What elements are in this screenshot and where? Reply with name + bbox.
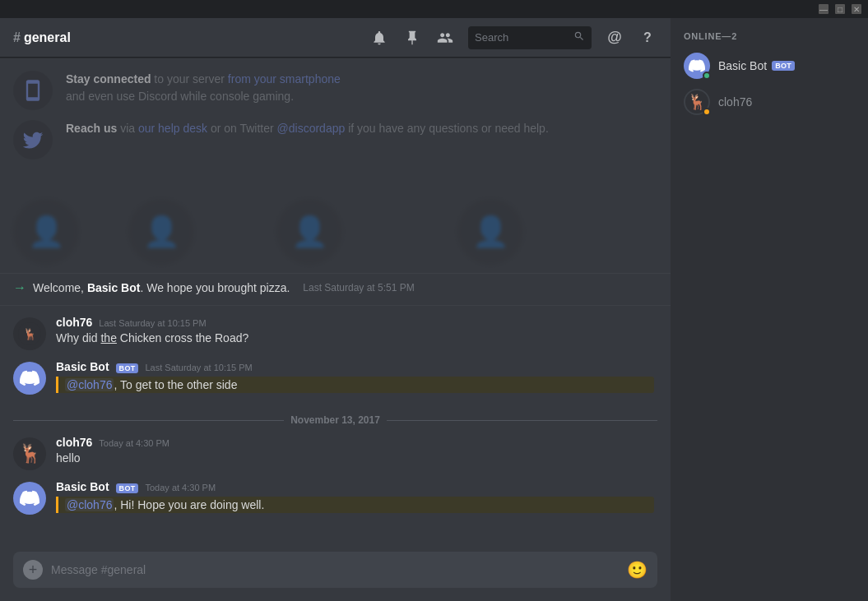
message-group-2: Basic Bot BOT Last Saturday at 10:15 PM … (0, 357, 671, 398)
member-avatar-wrap-basicbot (684, 53, 710, 79)
member-name-basicbot: Basic Bot (718, 59, 767, 72)
message-time-3: Today at 4:30 PM (99, 438, 169, 448)
divider-line-right (387, 420, 657, 421)
date-divider-text: November 13, 2017 (290, 414, 380, 426)
welcome-arrow-message: → Welcome, Basic Bot. We hope you brough… (0, 273, 671, 306)
message-header-1: cloh76 Last Saturday at 10:15 PM (56, 316, 657, 329)
online-header: ONLINE—2 (671, 18, 868, 48)
twitter-icon (13, 120, 53, 159)
members-list: Basic Bot BOT 🦌 cloh76 (671, 48, 868, 601)
minimize-button[interactable]: — (819, 4, 829, 14)
message-group-3: 🦌 cloh76 Today at 4:30 PM hello (0, 432, 671, 474)
arrow-icon: → (13, 280, 26, 295)
member-name-cloh76: cloh76 (718, 95, 752, 109)
blurred-avatar-3: 👤 (276, 199, 342, 265)
underline-the: the (100, 331, 116, 344)
search-bar[interactable] (468, 26, 592, 49)
welcome-item-mobile: Stay connected to your server from your … (13, 71, 657, 110)
message-input[interactable] (51, 563, 619, 576)
help-icon[interactable]: ? (638, 28, 657, 48)
blurred-avatars: 👤 👤 👤 👤 (0, 183, 671, 273)
member-avatar-wrap-cloh76: 🦌 (684, 89, 710, 115)
message-content-4: Basic Bot BOT Today at 4:30 PM @cloh76, … (56, 480, 657, 515)
message-group-1: 🦌 cloh76 Last Saturday at 10:15 PM Why d… (0, 312, 671, 354)
mobile-icon (13, 71, 53, 110)
svg-text:🦌: 🦌 (23, 327, 37, 341)
channel-name: #general (13, 30, 71, 45)
at-icon[interactable]: @ (605, 28, 624, 48)
bot-badge-2: BOT (116, 483, 139, 493)
welcome-bold-name: Basic Bot (87, 281, 141, 294)
emoji-button[interactable]: 🙂 (627, 560, 648, 580)
welcome-text-content: Welcome, Basic Bot. We hope you brought … (33, 281, 290, 294)
mention-2: @cloh76 (65, 498, 114, 511)
pin-icon[interactable] (402, 28, 422, 48)
close-button[interactable]: ✕ (852, 4, 861, 14)
message-header-3: cloh76 Today at 4:30 PM (56, 436, 657, 449)
message-time-2: Last Saturday at 10:15 PM (145, 363, 252, 372)
hash-symbol: # (13, 30, 21, 44)
message-header-2: Basic Bot BOT Last Saturday at 10:15 PM (56, 360, 657, 373)
message-content-3: cloh76 Today at 4:30 PM hello (56, 436, 657, 470)
member-bot-badge: BOT (772, 61, 795, 71)
status-dot-basicbot (703, 72, 711, 80)
channel-header: #general @ ? (0, 18, 671, 58)
avatar-basicbot-1 (13, 362, 46, 395)
message-group-4: Basic Bot BOT Today at 4:30 PM @cloh76, … (0, 477, 671, 518)
right-sidebar: ONLINE—2 Basic Bot BOT 🦌 (671, 18, 868, 601)
message-content-1: cloh76 Last Saturday at 10:15 PM Why did… (56, 316, 657, 350)
author-name-1: cloh76 (56, 316, 92, 329)
member-item-cloh76[interactable]: 🦌 cloh76 (677, 84, 861, 120)
status-dot-cloh76 (703, 108, 711, 116)
message-text-1: Why did the Chicken cross the Road? (56, 331, 657, 347)
mention-1: @cloh76 (65, 378, 114, 391)
blurred-avatar-1: 👤 (13, 199, 79, 265)
members-icon[interactable] (435, 28, 455, 48)
search-icon (573, 30, 585, 44)
message-input-box: + 🙂 (13, 552, 657, 588)
bell-icon[interactable] (369, 28, 389, 48)
message-time-1: Last Saturday at 10:15 PM (99, 318, 206, 328)
bot-highlight-message-1: @cloh76, To get to the other side (56, 377, 654, 393)
header-icons: @ ? (369, 26, 657, 49)
avatar-cloh76-1: 🦌 (13, 317, 46, 350)
bot-highlight-message-2: @cloh76, Hi! Hope you are doing well. (56, 497, 654, 513)
welcome-text-mobile: Stay connected to your server from your … (66, 71, 341, 105)
message-text-3: hello (56, 451, 657, 467)
message-content-2: Basic Bot BOT Last Saturday at 10:15 PM … (56, 360, 657, 395)
message-time-4: Today at 4:30 PM (145, 483, 216, 492)
welcome-section: Stay connected to your server from your … (0, 71, 671, 183)
divider-line-left (13, 420, 284, 421)
titlebar: — □ ✕ (0, 0, 868, 18)
author-name-4: Basic Bot (56, 480, 109, 493)
blurred-avatar-4: 👤 (457, 199, 523, 265)
member-item-basicbot[interactable]: Basic Bot BOT (677, 48, 861, 84)
welcome-timestamp: Last Saturday at 5:51 PM (303, 282, 414, 294)
author-name-2: Basic Bot (56, 360, 109, 373)
welcome-item-twitter: Reach us via our help desk or on Twitter… (13, 120, 657, 159)
chat-area: #general @ ? (0, 18, 671, 601)
bot-reply-text-1: , To get to the other side (114, 378, 237, 391)
add-file-button[interactable]: + (23, 560, 43, 580)
avatar-basicbot-2 (13, 482, 46, 515)
avatar-cloh76-2: 🦌 (13, 437, 46, 470)
maximize-button[interactable]: □ (835, 4, 845, 14)
author-name-3: cloh76 (56, 436, 92, 449)
message-header-4: Basic Bot BOT Today at 4:30 PM (56, 480, 657, 493)
date-divider: November 13, 2017 (0, 401, 671, 432)
welcome-text-twitter: Reach us via our help desk or on Twitter… (66, 120, 549, 137)
messages-scroll[interactable]: Stay connected to your server from your … (0, 58, 671, 552)
search-input[interactable] (475, 31, 569, 44)
main-layout: #general @ ? (0, 18, 868, 601)
bot-reply-text-2: , Hi! Hope you are doing well. (114, 498, 264, 511)
blurred-avatar-2: 👤 (128, 199, 194, 265)
message-input-area: + 🙂 (0, 552, 671, 601)
channel-label: general (24, 30, 71, 44)
bot-badge-1: BOT (116, 363, 139, 373)
